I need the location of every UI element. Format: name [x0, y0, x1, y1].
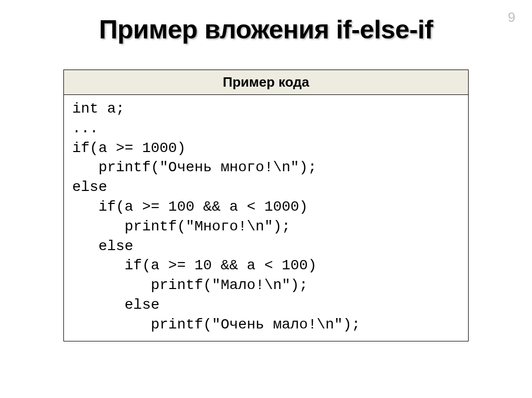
- table-header: Пример кода: [64, 70, 469, 95]
- code-block: int a; ... if(a >= 1000) printf("Очень м…: [72, 99, 460, 335]
- page-number: 9: [508, 9, 515, 25]
- table-body-cell: int a; ... if(a >= 1000) printf("Очень м…: [64, 95, 469, 341]
- slide-title: Пример вложения if-else-if: [0, 15, 532, 45]
- code-example-table: Пример кода int a; ... if(a >= 1000) pri…: [63, 70, 469, 341]
